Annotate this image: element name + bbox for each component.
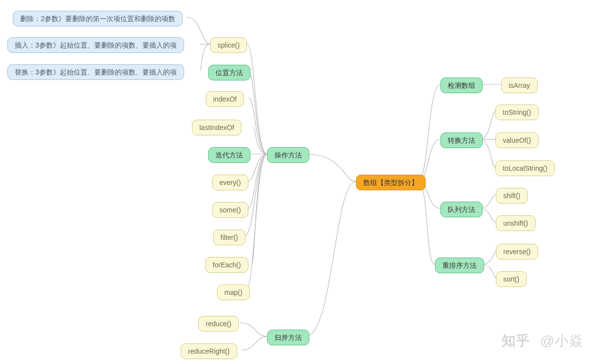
leaf-unshift[interactable]: unshift(): [496, 215, 536, 231]
branch-position[interactable]: 位置方法: [208, 65, 250, 80]
leaf-foreach[interactable]: forEach(): [205, 257, 248, 273]
branch-detect[interactable]: 检测数组: [440, 78, 483, 93]
leaf-every[interactable]: every(): [212, 175, 248, 190]
branch-merge[interactable]: 归并方法: [267, 330, 309, 345]
leaf-tostring[interactable]: toString(): [495, 104, 539, 120]
watermark-site: 知乎: [502, 333, 530, 348]
root-node[interactable]: 数组【类型拆分】: [356, 175, 426, 190]
branch-iterate[interactable]: 迭代方法: [208, 147, 250, 163]
leaf-reduceright[interactable]: reduceRight(): [181, 343, 237, 359]
leaf-reduce[interactable]: reduce(): [198, 316, 239, 332]
leaf-map[interactable]: map(): [217, 285, 250, 300]
leaf-lastindexof[interactable]: lastIndexOf: [192, 120, 242, 135]
leaf-reverse[interactable]: reverse(): [496, 244, 538, 260]
leaf-some[interactable]: some(): [212, 202, 248, 218]
leaf-valueof[interactable]: valueOf(): [495, 132, 539, 148]
leaf-shift[interactable]: shift(): [496, 188, 528, 204]
branch-convert[interactable]: 转换方法: [440, 132, 483, 148]
leaf-filter[interactable]: filter(): [213, 230, 245, 245]
note-splice-delete: 删除：2参数》要删除的第一次项位置和删除的项数: [13, 11, 183, 26]
leaf-indexof[interactable]: indexOf: [206, 91, 244, 107]
leaf-splice[interactable]: splice(): [210, 37, 247, 53]
note-splice-replace: 替换：3参数》起始位置、要删除的项数、要插入的项: [7, 64, 184, 80]
watermark-author: @小焱: [541, 333, 583, 348]
watermark: 知乎 @小焱: [502, 332, 583, 350]
leaf-sort[interactable]: sort(): [496, 271, 527, 287]
branch-reorder[interactable]: 重排序方法: [435, 258, 484, 273]
leaf-isarray[interactable]: isArray: [501, 78, 538, 93]
mindmap-edges: [0, 0, 598, 364]
note-splice-insert: 插入：3参数》起始位置、要删除的项数、要插入的项: [7, 37, 184, 53]
branch-operate[interactable]: 操作方法: [267, 147, 309, 163]
leaf-tolocalstring[interactable]: toLocalString(): [495, 160, 555, 176]
branch-queue[interactable]: 队列方法: [440, 202, 483, 217]
